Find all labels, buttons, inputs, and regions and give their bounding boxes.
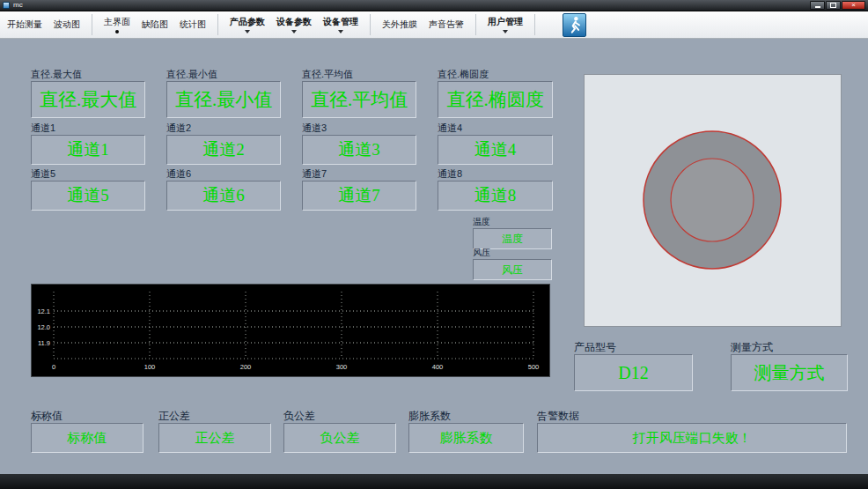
field-label: 通道1	[31, 123, 145, 133]
x-tick-label: 0	[52, 363, 55, 371]
trend-chart-canvas: 12.1 12.0 11.9 0 100 200 300 400 500	[32, 285, 549, 376]
field-product-model: 产品型号 D12	[574, 343, 693, 391]
pressure-value: 风压	[473, 259, 552, 280]
field-label: 通道8	[438, 169, 553, 179]
field-pressure: 风压 风压	[473, 248, 552, 280]
expansion-coefficient-value: 膨胀系数	[408, 423, 524, 453]
dropdown-arrow-icon	[503, 30, 508, 33]
nominal-value: 标称值	[31, 423, 143, 453]
diameter-min-value: 直径.最小值	[166, 81, 281, 118]
toolbar-separator	[534, 14, 535, 35]
stats-chart-label: 统计图	[180, 19, 206, 31]
product-params-label: 产品参数	[230, 16, 265, 28]
toolbar-wave-chart-button[interactable]: 波动图	[54, 19, 80, 31]
bottom-bar	[0, 474, 868, 489]
user-manage-label: 用户管理	[488, 16, 523, 28]
trend-chart: 12.1 12.0 11.9 0 100 200 300 400 500	[31, 284, 550, 377]
toolbar-stats-chart-button[interactable]: 统计图	[180, 19, 206, 31]
field-measure-method: 测量方式 测量方式	[731, 343, 848, 391]
channel-8-value: 通道8	[438, 181, 553, 211]
maximize-button[interactable]	[826, 1, 841, 10]
field-label: 通道4	[438, 123, 553, 133]
field-channel-6: 通道6 通道6	[166, 169, 281, 211]
field-label: 直径.最小值	[166, 70, 281, 79]
field-label: 通道5	[31, 169, 145, 179]
positive-tolerance-value: 正公差	[158, 423, 271, 453]
alarm-data-value: 打开风压端口失败！	[537, 423, 847, 453]
active-indicator-dot	[115, 30, 119, 33]
field-label: 直径.椭圆度	[438, 70, 553, 79]
device-manage-label: 设备管理	[323, 16, 358, 28]
field-label: 风压	[473, 248, 552, 257]
temperature-value: 温度	[473, 228, 552, 249]
toolbar-sound-alarm-button[interactable]: 声音告警	[429, 19, 464, 31]
field-label: 测量方式	[731, 343, 848, 352]
measure-method-value: 测量方式	[731, 354, 848, 391]
exit-person-icon	[565, 15, 585, 34]
field-negative-tolerance: 负公差 负公差	[283, 411, 396, 453]
x-tick-label: 300	[336, 363, 348, 371]
maximize-icon	[830, 3, 836, 8]
field-channel-2: 通道2 通道2	[166, 123, 281, 165]
toolbar-separator	[92, 14, 92, 35]
field-expansion-coefficient: 膨胀系数 膨胀系数	[408, 411, 524, 453]
field-label: 温度	[473, 217, 552, 226]
diameter-ovality-value: 直径.椭圆度	[438, 81, 553, 118]
toolbar-ext-push-button[interactable]: 关外推膜	[382, 19, 417, 31]
x-tick-label: 100	[144, 363, 156, 371]
defect-chart-label: 缺陷图	[142, 19, 168, 31]
start-measure-label: 开始测量	[7, 19, 42, 31]
x-tick-label: 400	[432, 363, 444, 371]
inner-circle	[671, 159, 754, 241]
field-channel-7: 通道7 通道7	[302, 169, 416, 211]
toolbar-device-params-button[interactable]: 设备参数	[276, 16, 312, 33]
minimize-button[interactable]	[810, 1, 825, 10]
field-diameter-ovality: 直径.椭圆度 直径.椭圆度	[438, 70, 553, 118]
cross-section-view	[585, 75, 841, 326]
toolbar-start-measure-button[interactable]: 开始测量	[7, 19, 42, 31]
exit-button[interactable]	[563, 13, 586, 37]
field-positive-tolerance: 正公差 正公差	[158, 411, 271, 453]
toolbar-main-screen-button[interactable]: 主界面	[104, 16, 130, 33]
field-channel-3: 通道3 通道3	[302, 123, 416, 165]
channel-5-value: 通道5	[31, 181, 145, 211]
field-label: 通道7	[302, 169, 416, 179]
channel-2-value: 通道2	[166, 135, 281, 165]
toolbar-separator	[475, 14, 476, 35]
cross-section-panel	[584, 74, 842, 327]
field-nominal-value: 标称值 标称值	[31, 411, 143, 453]
channel-1-value: 通道1	[31, 135, 145, 165]
field-diameter-max: 直径.最大值 直径.最大值	[31, 70, 145, 118]
channel-7-value: 通道7	[302, 181, 416, 211]
field-label: 产品型号	[574, 343, 693, 352]
field-temperature: 温度 温度	[473, 217, 552, 249]
diameter-max-value: 直径.最大值	[31, 81, 145, 118]
device-params-label: 设备参数	[276, 16, 312, 28]
field-label: 直径.最大值	[31, 70, 145, 79]
dropdown-arrow-icon	[338, 30, 343, 33]
field-label: 标称值	[31, 411, 143, 421]
toolbar-device-manage-button[interactable]: 设备管理	[323, 16, 358, 33]
close-button[interactable]: ×	[842, 1, 865, 10]
minimize-icon	[815, 6, 820, 8]
y-tick-label: 12.0	[37, 323, 50, 331]
sound-alarm-label: 声音告警	[429, 19, 464, 31]
dropdown-arrow-icon	[291, 30, 297, 33]
toolbar-user-manage-button[interactable]: 用户管理	[488, 16, 523, 33]
x-tick-label: 500	[528, 363, 540, 371]
field-diameter-avg: 直径.平均值 直径.平均值	[302, 70, 416, 118]
channel-6-value: 通道6	[166, 181, 281, 211]
toolbar-product-params-button[interactable]: 产品参数	[230, 16, 265, 33]
y-tick-label: 12.1	[37, 307, 50, 315]
field-channel-4: 通道4 通道4	[438, 123, 553, 165]
product-model-value: D12	[574, 354, 693, 391]
diameter-avg-value: 直径.平均值	[302, 81, 416, 118]
field-label: 膨胀系数	[408, 411, 524, 421]
field-label: 通道6	[166, 169, 281, 179]
channel-3-value: 通道3	[302, 135, 416, 165]
toolbar-defect-chart-button[interactable]: 缺陷图	[142, 19, 168, 31]
field-label: 告警数据	[537, 411, 847, 421]
wave-chart-label: 波动图	[54, 19, 80, 31]
app-icon	[3, 2, 10, 9]
channel-4-value: 通道4	[438, 135, 553, 165]
